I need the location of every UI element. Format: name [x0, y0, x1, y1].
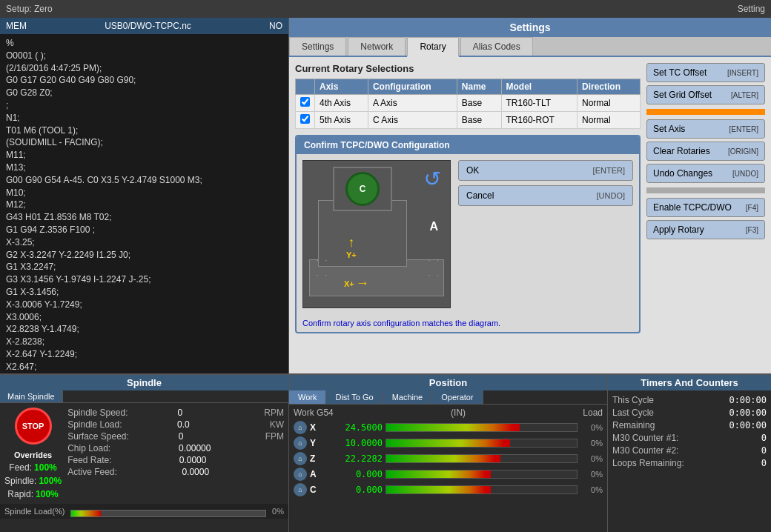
stop-button[interactable]: STOP [15, 408, 52, 445]
code-line: G3 X3.1456 Y-1.9749 I-1.2247 J-.25; [6, 273, 282, 286]
pos-tab-operator[interactable]: Operator [432, 390, 483, 404]
feed-override: Feed: 100% [9, 462, 56, 473]
table-header: Axis [315, 79, 368, 95]
table-header [296, 79, 315, 95]
axis-bar-fill [386, 455, 500, 462]
model-cell: TR160-ROT [501, 112, 577, 129]
ok-button[interactable]: OK [ENTER] [458, 160, 633, 181]
cancel-button[interactable]: Cancel [UNDO] [458, 185, 633, 206]
axis-row-a: ⌂ A 0.000 0% [294, 468, 603, 481]
code-line: N1; [6, 112, 282, 124]
spindle-right: Spindle Speed:0RPMSpindle Load:0.0KWSurf… [67, 408, 284, 499]
settings-btn-set-axis[interactable]: Set Axis[ENTER] [646, 119, 765, 139]
axis-checkbox[interactable] [300, 114, 310, 124]
axis-cell: 5th Axis [315, 112, 368, 129]
name-cell: Base [457, 95, 501, 112]
spindle-data-row: Surface Speed:0FPM [67, 431, 284, 442]
code-line: (SOUIDMILL - FACING); [6, 136, 282, 149]
code-line: X-3.0006 Y-1.7249; [6, 299, 282, 311]
code-line: X2.8238 Y-1.4749; [6, 323, 282, 336]
code-line: G43 H01 Z1.8536 M8 T02; [6, 211, 282, 224]
table-header: Name [457, 79, 501, 95]
code-line: X-3.25; [6, 236, 282, 249]
model-cell: TR160-TLT [501, 95, 577, 112]
pos-header: Work G54 (IN) Load [294, 408, 603, 418]
tab-settings[interactable]: Settings [289, 37, 346, 56]
direction-cell: Normal [577, 112, 640, 129]
code-line: G0 G17 G20 G40 G49 G80 G90; [6, 74, 282, 87]
separator-bar [646, 187, 765, 193]
tab-alias-codes[interactable]: Alias Codes [460, 37, 533, 56]
code-line: G1 X3.2247; [6, 261, 282, 273]
settings-btn-enable-tcpc/dwo[interactable]: Enable TCPC/DWO[F4] [646, 198, 765, 217]
axis-bar-fill [386, 439, 510, 447]
settings-btn-undo-changes[interactable]: Undo Changes[UNDO] [646, 164, 765, 183]
dots-right1: · · [428, 256, 441, 265]
table-header: Direction [577, 79, 640, 95]
no-label: NO [269, 21, 282, 31]
tab-network[interactable]: Network [348, 37, 406, 56]
config-cell: A Axis [368, 95, 457, 112]
dialog-title: Confirm TCPC/DWO Configuration [297, 136, 639, 154]
code-line: M13; [6, 162, 282, 174]
spindle-load-bar-row: Spindle Load(%) 0% [0, 504, 288, 519]
main-spindle-tab[interactable]: Main Spindle [0, 390, 63, 402]
axis-row-z: ⌂ Z 22.2282 0% [294, 452, 603, 465]
settings-btn-clear-rotaries[interactable]: Clear Rotaries[ORIGIN] [646, 142, 765, 161]
code-line: (2/16/2016 4:47:25 PM); [6, 62, 282, 75]
code-line: O0001 ( ); [6, 50, 282, 62]
y-arrow: ↑ Y+ [346, 235, 357, 259]
setup-label: Setup: Zero [6, 4, 386, 14]
dialog-actions: OK [ENTER] Cancel [UNDO] [458, 160, 633, 308]
code-line: % [6, 37, 282, 50]
dots-left1: · · [317, 256, 329, 265]
mem-label: MEM [6, 21, 27, 31]
timer-row: M30 Counter #1:0 [612, 433, 767, 443]
code-line: G00 G90 G54 A-45. C0 X3.5 Y-2.4749 S1000… [6, 174, 282, 187]
settings-btn-apply-rotary[interactable]: Apply Rotary[F3] [646, 220, 765, 239]
rapid-override: Rapid: 100% [7, 489, 58, 499]
table-header: Configuration [368, 79, 457, 95]
spindle-data-row: Spindle Speed:0RPM [67, 408, 284, 418]
overrides-label: Overrides [14, 450, 52, 459]
code-line: M11; [6, 149, 282, 162]
top-bar: Setup: Zero Setting [0, 0, 771, 18]
bottom-panels: Spindle Main Spindle STOP Overrides Feed… [0, 373, 771, 532]
settings-btn-set-grid-offset[interactable]: Set Grid Offset[ALTER] [646, 85, 765, 104]
code-line: X2.647; [6, 361, 282, 372]
arm-letter: A [429, 220, 438, 233]
position-tabs: WorkDist To GoMachineOperator [289, 390, 607, 405]
spindle-load-pct: 0% [272, 507, 284, 516]
settings-tabs: SettingsNetworkRotaryAlias Codes [289, 37, 771, 57]
timers-panel: Timers And Counters This Cycle0:00:00Las… [608, 375, 771, 532]
timer-row: Last Cycle0:00:00 [612, 408, 767, 418]
x-arrow: X+ → [344, 276, 369, 291]
axis-icon: ⌂ [294, 468, 307, 481]
spindle-data-row: Feed Rate:0.0000 [67, 455, 284, 465]
tab-rotary[interactable]: Rotary [407, 37, 458, 57]
timer-row: M30 Counter #2:0 [612, 445, 767, 456]
axis-row-c: ⌂ C 0.000 0% [294, 483, 603, 496]
pos-tab-machine[interactable]: Machine [383, 390, 433, 404]
settings-btn-set-tc-offset[interactable]: Set TC Offset[INSERT] [646, 63, 765, 82]
spindle-panel: Spindle Main Spindle STOP Overrides Feed… [0, 375, 289, 532]
axis-icon: ⌂ [294, 421, 307, 434]
pos-tab-dist-to-go[interactable]: Dist To Go [326, 390, 383, 404]
code-line: X3.0006; [6, 311, 282, 324]
separator-bar [646, 109, 765, 115]
code-line: G1 X-3.1456; [6, 286, 282, 299]
curved-arrow: ↻ [424, 167, 441, 191]
axis-bar [386, 470, 578, 479]
dots-left2: · · [317, 271, 329, 279]
dots-right2: · · [428, 271, 441, 279]
dialog-body: C ↻ A · · · · · · · · [297, 154, 639, 314]
axis-checkbox[interactable] [300, 97, 310, 107]
filename-label: USB0/DWO-TCPC.nc [105, 21, 191, 31]
timer-row: Remaining0:00:00 [612, 420, 767, 430]
code-line: G1 G94 Z.3536 F100 ; [6, 224, 282, 236]
code-line: G0 G28 Z0; [6, 87, 282, 99]
confirm-text: Confirm rotary axis configuration matche… [297, 314, 639, 332]
spindle-content: STOP Overrides Feed: 100% Spindle: 100% … [0, 403, 288, 504]
axis-icon: ⌂ [294, 452, 307, 465]
pos-tab-work[interactable]: Work [289, 390, 326, 404]
